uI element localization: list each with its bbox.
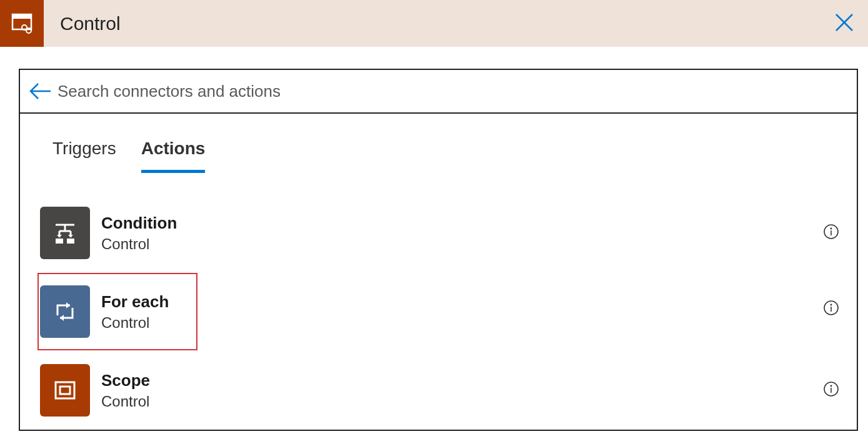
search-row (20, 70, 857, 114)
action-list: Condition Control (20, 173, 857, 425)
condition-icon (40, 207, 90, 259)
svg-point-22 (831, 304, 832, 306)
scope-icon (40, 364, 90, 417)
tabs: Triggers Actions (20, 114, 857, 173)
info-icon[interactable] (823, 224, 839, 242)
action-item-for-each[interactable]: For each Control (37, 273, 197, 350)
search-input[interactable] (52, 82, 849, 101)
for-each-icon (40, 285, 90, 338)
svg-marker-19 (66, 302, 70, 308)
svg-rect-14 (56, 239, 63, 244)
back-arrow-button[interactable] (27, 81, 52, 101)
svg-rect-24 (56, 382, 74, 398)
action-title: Condition (101, 214, 177, 233)
tab-actions[interactable]: Actions (141, 139, 206, 173)
svg-point-17 (831, 228, 832, 230)
action-title: For each (101, 292, 169, 312)
svg-marker-13 (68, 235, 73, 237)
action-sub: Control (101, 314, 169, 332)
svg-point-27 (831, 385, 832, 387)
action-sub: Control (101, 235, 177, 253)
action-item-condition[interactable]: Condition Control (37, 198, 844, 268)
svg-marker-20 (60, 315, 64, 321)
tab-triggers[interactable]: Triggers (52, 139, 116, 173)
info-icon[interactable] (823, 300, 839, 318)
action-title: Scope (101, 371, 150, 390)
action-text: Condition Control (101, 214, 177, 253)
action-item-scope[interactable]: Scope Control (37, 355, 844, 425)
header-title: Control (60, 13, 121, 34)
action-text: For each Control (101, 292, 169, 332)
svg-rect-25 (60, 387, 70, 394)
action-text: Scope Control (101, 371, 150, 410)
close-button[interactable] (833, 11, 856, 36)
action-sub: Control (101, 393, 150, 410)
svg-rect-1 (12, 14, 31, 19)
info-icon[interactable] (823, 381, 839, 400)
svg-marker-12 (57, 235, 62, 237)
main-card: Triggers Actions Condition (19, 69, 858, 431)
header: Control (0, 0, 868, 47)
svg-rect-15 (67, 239, 74, 244)
control-connector-icon (0, 0, 44, 47)
